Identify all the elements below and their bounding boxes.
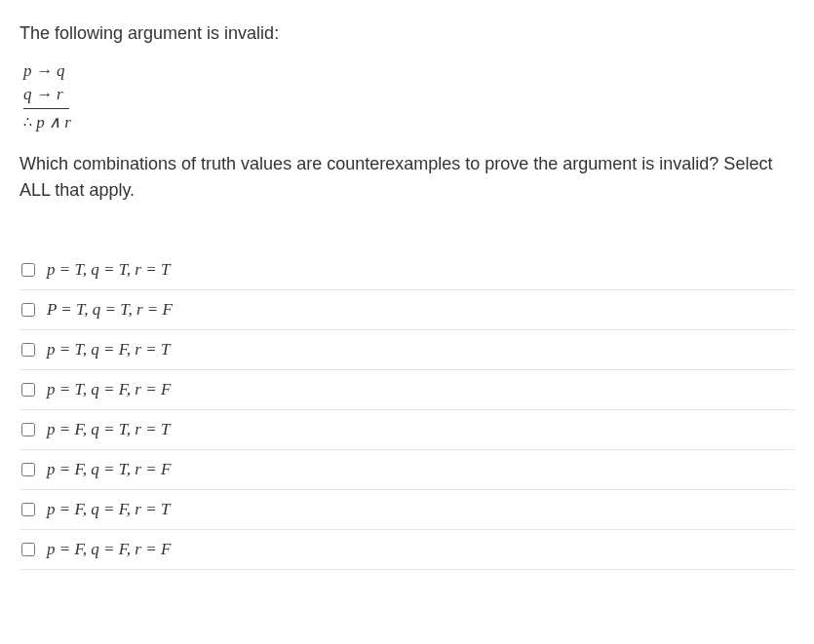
premise-2: q → r xyxy=(23,83,69,109)
option-row[interactable]: p = T, q = F, r = T xyxy=(19,330,795,370)
option-label[interactable]: p = F, q = T, r = T xyxy=(47,420,170,439)
options-list: p = T, q = T, r = T P = T, q = T, r = F … xyxy=(19,250,795,570)
option-row[interactable]: p = F, q = F, r = T xyxy=(19,490,795,530)
option-label[interactable]: p = T, q = F, r = F xyxy=(47,380,171,399)
option-label[interactable]: p = T, q = T, r = T xyxy=(47,260,170,280)
question-text: Which combinations of truth values are c… xyxy=(19,151,795,204)
option-label[interactable]: P = T, q = T, r = F xyxy=(47,300,173,320)
option-checkbox-0[interactable] xyxy=(21,263,35,277)
option-label[interactable]: p = F, q = T, r = F xyxy=(47,460,171,479)
conclusion-text: p ∧ r xyxy=(36,113,71,132)
option-row[interactable]: p = F, q = T, r = T xyxy=(19,410,795,450)
option-row[interactable]: p = T, q = T, r = T xyxy=(19,250,795,290)
option-row[interactable]: p = F, q = F, r = F xyxy=(19,530,795,570)
option-checkbox-3[interactable] xyxy=(21,383,35,397)
option-checkbox-2[interactable] xyxy=(21,343,35,357)
option-checkbox-6[interactable] xyxy=(21,503,35,516)
therefore-symbol: ∴ xyxy=(23,115,32,130)
option-row[interactable]: p = T, q = F, r = F xyxy=(19,370,795,410)
option-row[interactable]: P = T, q = T, r = F xyxy=(19,290,795,330)
option-label[interactable]: p = T, q = F, r = T xyxy=(47,340,170,360)
option-label[interactable]: p = F, q = F, r = T xyxy=(47,500,170,519)
option-label[interactable]: p = F, q = F, r = F xyxy=(47,540,171,559)
intro-text: The following argument is invalid: xyxy=(19,23,795,44)
option-row[interactable]: p = F, q = T, r = F xyxy=(19,450,795,490)
option-checkbox-4[interactable] xyxy=(21,423,35,436)
option-checkbox-7[interactable] xyxy=(21,543,35,556)
option-checkbox-5[interactable] xyxy=(21,463,35,476)
argument-block: p → q q → r ∴ p ∧ r xyxy=(23,59,795,133)
option-checkbox-1[interactable] xyxy=(21,303,35,317)
premise-1: p → q xyxy=(23,59,795,83)
conclusion-line: ∴ p ∧ r xyxy=(23,109,795,134)
